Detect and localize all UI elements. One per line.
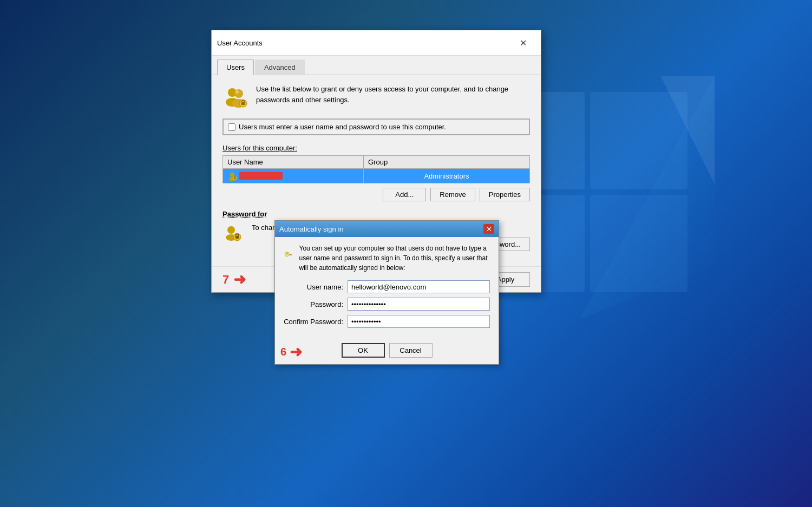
username-input[interactable]	[348, 280, 490, 293]
autosignin-dialog: Automatically sign in ✕ You can set up y…	[274, 220, 499, 365]
autosignin-cancel-button[interactable]: Cancel	[389, 343, 433, 358]
user-group-cell: Administrators	[364, 170, 529, 182]
step7-label: 7	[222, 272, 229, 286]
info-row: Use the list below to grant or deny user…	[222, 84, 530, 110]
users-section-label: Users for this computer:	[222, 144, 530, 152]
username-label: User name:	[284, 283, 343, 291]
step7-indicator: 7 ➜	[222, 271, 246, 288]
table-header: User Name Group	[223, 156, 529, 169]
autosignin-title: Automatically sign in	[279, 225, 344, 233]
autosignin-ok-button[interactable]: OK	[342, 343, 385, 358]
tabs-container: Users Advanced	[212, 56, 541, 75]
confirm-password-label: Confirm Password:	[284, 318, 343, 326]
autologin-checkbox-row: Users must enter a user name and passwor…	[222, 118, 530, 135]
dialog-title: User Accounts	[217, 39, 263, 47]
confirm-password-input[interactable]	[348, 315, 490, 328]
step7-arrow: ➜	[233, 271, 246, 288]
tab-users[interactable]: Users	[217, 60, 254, 75]
password-row: Password:	[284, 298, 490, 311]
password-input[interactable]	[348, 298, 490, 311]
svg-point-10	[235, 90, 239, 94]
step6-label: 6	[280, 345, 286, 358]
svg-point-19	[227, 226, 235, 234]
desktop: User Accounts ✕ Users Advanced	[0, 0, 812, 507]
col-header-group: Group	[364, 156, 529, 169]
autosignin-content: You can set up your computer so that use…	[275, 237, 499, 339]
autosignin-key-icon	[284, 243, 293, 266]
redacted-username	[239, 172, 283, 180]
password-icon	[222, 222, 244, 244]
add-user-button[interactable]: Add...	[383, 188, 426, 201]
tab-advanced[interactable]: Advanced	[255, 60, 305, 75]
password-section-title: Password for	[222, 210, 530, 218]
step6-indicator: 6 ➜	[280, 343, 302, 360]
properties-button[interactable]: Properties	[480, 188, 530, 201]
users-icon	[222, 84, 248, 110]
info-text: Use the list below to grant or deny user…	[256, 84, 530, 105]
autosignin-footer: 6 ➜ OK Cancel	[275, 339, 499, 364]
password-field-label: Password:	[284, 300, 343, 308]
svg-point-29	[286, 252, 287, 253]
autosignin-info-text: You can set up your computer so that use…	[299, 243, 490, 273]
autologin-checkbox[interactable]	[228, 123, 235, 131]
svg-point-8	[234, 89, 243, 98]
remove-user-button[interactable]: Remove	[430, 188, 475, 201]
svg-rect-27	[290, 254, 291, 255]
col-header-username: User Name	[223, 156, 364, 169]
autosignin-close-button[interactable]: ✕	[483, 224, 494, 234]
title-bar-controls: ✕	[510, 35, 535, 51]
username-row: User name:	[284, 280, 490, 293]
user-name-cell	[223, 169, 364, 183]
confirm-password-row: Confirm Password:	[284, 315, 490, 328]
users-table: User Name Group A	[222, 155, 530, 183]
svg-rect-28	[291, 254, 292, 255]
autosignin-info-row: You can set up your computer so that use…	[284, 243, 490, 273]
svg-point-14	[230, 173, 234, 177]
step6-arrow: ➜	[290, 343, 302, 360]
autosignin-titlebar: Automatically sign in ✕	[275, 221, 499, 237]
user-management-buttons: Add... Remove Properties	[222, 188, 530, 201]
user-row-icon	[227, 171, 237, 181]
table-row[interactable]: Administrators	[223, 169, 529, 183]
title-bar: User Accounts ✕	[212, 30, 541, 56]
close-button[interactable]: ✕	[510, 35, 535, 51]
autologin-label: Users must enter a user name and passwor…	[239, 123, 446, 131]
